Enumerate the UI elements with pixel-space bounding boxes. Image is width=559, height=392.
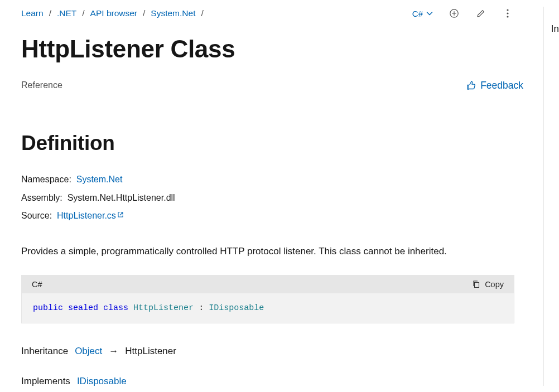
code-block: C# Copy public sealed class HttpListener… bbox=[21, 275, 514, 323]
implements-link[interactable]: IDisposable bbox=[77, 376, 127, 387]
breadcrumb-system-net[interactable]: System.Net bbox=[151, 8, 195, 18]
code-language-label: C# bbox=[32, 280, 42, 289]
external-link-icon bbox=[117, 211, 124, 218]
implements-label: Implements bbox=[21, 376, 70, 387]
right-panel-fragment: In bbox=[551, 23, 559, 35]
source-label: Source: bbox=[21, 211, 52, 220]
copy-icon bbox=[472, 280, 480, 288]
inheritance-label: Inheritance bbox=[21, 346, 68, 357]
chevron-down-icon bbox=[426, 10, 433, 17]
language-picker[interactable]: C# bbox=[412, 9, 433, 18]
copy-label: Copy bbox=[485, 280, 504, 289]
inheritance-base-link[interactable]: Object bbox=[75, 346, 102, 357]
assembly-value: System.Net.HttpListener.dll bbox=[68, 193, 175, 202]
svg-point-3 bbox=[507, 16, 508, 17]
edit-icon[interactable] bbox=[475, 8, 486, 19]
svg-point-2 bbox=[507, 12, 508, 14]
code-body: public sealed class HttpListener : IDisp… bbox=[22, 293, 514, 323]
breadcrumb-sep: / bbox=[201, 8, 203, 18]
inheritance-self: HttpListener bbox=[125, 346, 176, 357]
inheritance-row: Inheritance Object → HttpListener bbox=[21, 346, 524, 357]
thumbs-up-icon bbox=[466, 80, 476, 90]
definition-heading: Definition bbox=[21, 132, 524, 155]
breadcrumb-sep: / bbox=[49, 8, 51, 18]
reference-label: Reference bbox=[21, 80, 62, 90]
page-actions: C# bbox=[412, 8, 524, 19]
breadcrumb-dotnet[interactable]: .NET bbox=[57, 8, 76, 18]
feedback-label: Feedback bbox=[480, 80, 523, 91]
assembly-label: Assembly: bbox=[21, 193, 62, 202]
svg-rect-4 bbox=[475, 283, 479, 288]
arrow-icon: → bbox=[109, 346, 118, 357]
namespace-link[interactable]: System.Net bbox=[76, 175, 123, 184]
source-link[interactable]: HttpListener.cs bbox=[57, 211, 124, 220]
breadcrumb: Learn / .NET / API browser / System.Net … bbox=[21, 8, 204, 18]
breadcrumb-learn[interactable]: Learn bbox=[21, 8, 44, 18]
breadcrumb-sep: / bbox=[143, 8, 145, 18]
svg-point-1 bbox=[507, 9, 508, 11]
page-title: HttpListener Class bbox=[21, 35, 524, 64]
definition-meta: Namespace: System.Net Assembly: System.N… bbox=[21, 171, 524, 225]
add-icon[interactable] bbox=[449, 8, 460, 19]
feedback-button[interactable]: Feedback bbox=[466, 80, 524, 91]
namespace-label: Namespace: bbox=[21, 175, 71, 184]
more-icon[interactable] bbox=[502, 8, 513, 19]
class-description: Provides a simple, programmatically cont… bbox=[21, 244, 524, 259]
breadcrumb-api-browser[interactable]: API browser bbox=[90, 8, 137, 18]
language-label: C# bbox=[412, 9, 423, 18]
implements-row: Implements IDisposable bbox=[21, 376, 524, 387]
breadcrumb-sep: / bbox=[82, 8, 84, 18]
copy-button[interactable]: Copy bbox=[472, 280, 504, 289]
